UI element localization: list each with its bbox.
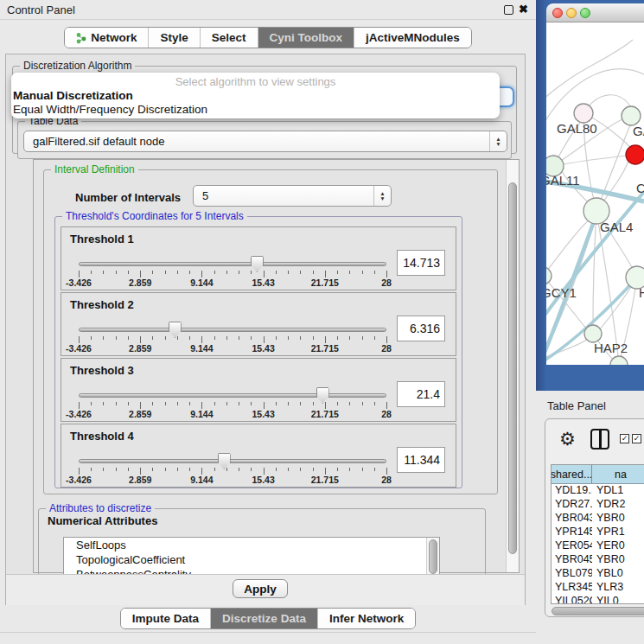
table-header-row: shared... na [552,465,644,484]
threshold-value-field[interactable]: 6.316 [397,316,445,341]
label-hap2: HAP2 [594,341,628,355]
intervals-count-combobox[interactable]: 5 ▲▼ [193,185,392,207]
node-bottom[interactable] [610,356,628,365]
zoom-traffic-light-icon[interactable] [580,8,590,18]
node-hap2[interactable] [584,325,602,342]
tab-impute-data[interactable]: Impute Data [121,609,211,628]
cell-shared-name: YLR345W [552,581,592,595]
tab-infer-network[interactable]: Infer Network [318,609,415,628]
node-gcy1[interactable] [546,267,552,284]
network-window-titlebar[interactable] [546,3,644,22]
minimize-traffic-light-icon[interactable] [566,8,577,18]
table-row[interactable]: YPR145WYPR1 [552,526,644,539]
table-row[interactable]: YDL19...YDL1 [552,484,644,498]
table-horizontal-scrollbar[interactable] [551,606,644,616]
slider-axis-labels: -3.4262.8599.14415.4321.71528 [79,475,386,485]
threshold-slider-track[interactable] [79,459,386,463]
table-data-combobox[interactable]: galFiltered.sif default node ▲▼ [23,131,507,152]
table-hscroll-thumb[interactable] [552,607,644,615]
label-gal4: GAL4 [600,220,633,234]
table-row[interactable]: YBR043CYBR0 [552,512,644,526]
threshold-value-field[interactable]: 11.344 [397,447,445,473]
label-gal11: GAL11 [546,173,580,188]
algorithm-group-title: Discretization Algorithm [20,60,135,72]
label-h-cut: H [639,285,644,300]
close-traffic-light-icon[interactable] [552,8,563,18]
axis-label: 21.715 [311,475,339,485]
cell-name: YER0 [592,539,644,553]
cell-shared-name: YDR27... [552,498,592,512]
settings-scrollbar-thumb[interactable] [508,182,517,554]
panel-title: Control Panel [7,3,75,16]
table-panel-title: Table Panel [547,399,606,412]
threshold-label: Threshold 1 [70,233,134,245]
tab-label: Impute Data [132,612,199,625]
threshold-slider-track[interactable] [79,393,386,398]
table-row[interactable]: YLR345WYLR3 [552,581,644,595]
table-row[interactable]: YBL079WYBL0 [552,567,644,581]
attributes-scrollbar[interactable] [426,538,439,576]
intervals-count-label: Number of Intervals [75,191,181,204]
node-gal80[interactable] [574,104,593,123]
axis-label: 21.715 [311,277,339,288]
axis-label: 2.859 [129,475,151,485]
column-header-name[interactable]: na [592,465,644,483]
float-window-icon[interactable] [504,5,513,15]
threshold-label: Threshold 3 [70,364,134,377]
cell-name: YBR0 [592,553,644,567]
tab-discretize-data[interactable]: Discretize Data [211,609,318,628]
threshold-slider-track[interactable] [79,328,386,332]
intervals-count-value: 5 [194,189,373,202]
threshold-2-box: Threshold 2-3.4262.8599.14415.4321.71528… [61,292,456,356]
column-header-shared-name[interactable]: shared... [552,465,592,483]
table-toolbar: ⚙ ✓ ✓ [545,419,644,461]
attributes-scrollbar-thumb[interactable] [429,539,437,574]
numerical-attributes-list[interactable]: SelfLoopsTopologicalCoefficientBetweenne… [63,537,440,577]
attributes-group-title: Attributes to discretize [46,502,155,514]
threshold-slider-track[interactable] [79,262,386,266]
checkbox-icon[interactable]: ✓ [620,434,629,443]
gear-icon[interactable]: ⚙ [559,430,576,448]
axis-label: 21.715 [311,409,339,419]
network-canvas[interactable]: GAL80 GA GAL11 C GAL4 GCY1 H HAP2 [546,22,644,365]
dropdown-item-manual[interactable]: Manual Discretization [11,89,500,103]
thresholds-group-title: Threshold's Coordinates for 5 Intervals [62,210,247,222]
attribute-list-item[interactable]: SelfLoops [64,538,439,552]
node-selected-red[interactable] [626,145,644,164]
checkbox-icon[interactable]: ✓ [632,434,641,443]
control-panel-titlebar: Control Panel ✖ [0,0,536,20]
tab-select[interactable]: Select [201,28,258,48]
close-icon[interactable]: ✖ [519,3,528,16]
network-window-frame: GAL80 GA GAL11 C GAL4 GCY1 H HAP2 [536,0,644,391]
threshold-value-field[interactable]: 21.4 [397,381,445,407]
table-row[interactable]: YER054CYER0 [552,539,644,553]
network-graph: GAL80 GA GAL11 C GAL4 GCY1 H HAP2 [546,22,644,365]
combo-spinner-icon[interactable]: ▲▼ [489,131,507,151]
label-gcy1: GCY1 [546,285,577,300]
table-row[interactable]: YBR045CYBR0 [552,553,644,567]
apply-button[interactable]: Apply [233,579,288,598]
settings-scrollbar[interactable] [506,160,519,572]
axis-label: 28 [381,343,392,354]
tab-style[interactable]: Style [149,28,200,48]
slider-axis-labels: -3.4262.8599.14415.4321.71528 [79,409,386,419]
threshold-label: Threshold 4 [70,430,134,443]
label-gal80: GAL80 [557,121,597,136]
table-browser: ⚙ ✓ ✓ shared... na YDL19...YDL1YDR27...Y… [545,418,644,617]
dropdown-item-equal-width[interactable]: Equal Width/Frequency Discretization [11,103,500,117]
threshold-value-field[interactable]: 14.713 [397,250,445,276]
node-table[interactable]: shared... na YDL19...YDL1YDR27...YDR2YBR… [551,464,644,604]
table-row[interactable]: YIL052CYIL0 [552,595,644,604]
node-top-right[interactable] [622,106,641,125]
combo-spinner-icon[interactable]: ▲▼ [373,186,391,206]
slider-axis-labels: -3.4262.8599.14415.4321.71528 [79,343,386,354]
tab-network[interactable]: Network [65,28,149,48]
table-row[interactable]: YDR27...YDR2 [552,498,644,512]
table-body: YDL19...YDL1YDR27...YDR2YBR043CYBR0YPR14… [552,484,644,604]
tab-jactivemnodules[interactable]: jActiveMNodules [354,28,471,48]
bottom-divider [0,632,536,633]
tab-cyni-toolbox[interactable]: Cyni Toolbox [258,28,355,48]
label-g-cut: GA [633,124,644,138]
split-columns-icon[interactable] [590,429,609,450]
attribute-list-item[interactable]: TopologicalCoefficient [64,552,439,567]
